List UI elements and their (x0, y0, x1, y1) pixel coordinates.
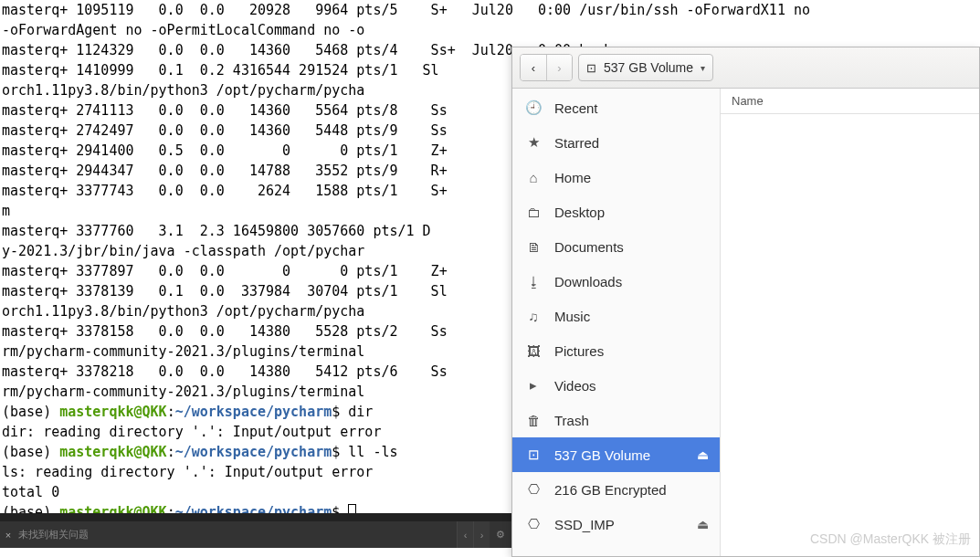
chevron-down-icon: ▾ (701, 63, 705, 73)
sidebar-item-label: 216 GB Encrypted (554, 482, 667, 498)
place-icon: 🗎 (525, 239, 542, 255)
sidebar-item-label: Trash (554, 413, 589, 428)
sidebar-item-label: 537 GB Volume (554, 447, 650, 463)
place-icon: ★ (525, 134, 542, 151)
find-bar: × 未找到相关问题 ‹ › ⚙ (0, 520, 511, 548)
sidebar-item-ssd_imp[interactable]: ⎔SSD_IMP⏏ (512, 507, 720, 541)
drive-icon: ⊡ (586, 61, 596, 75)
editor-strip (0, 513, 511, 520)
file-manager-toolbar: ‹ › ⊡ 537 GB Volume ▾ (512, 47, 979, 89)
place-icon: ⎔ (525, 481, 542, 498)
sidebar-item-label: Downloads (554, 274, 622, 289)
back-button[interactable]: ‹ (521, 55, 546, 80)
place-icon: 🖼 (525, 343, 542, 359)
sidebar-item-videos[interactable]: ▸Videos (512, 368, 720, 403)
place-icon: ⌂ (525, 170, 542, 185)
nav-buttons: ‹ › (520, 54, 573, 81)
column-header-name[interactable]: Name (721, 89, 979, 114)
sidebar-item-label: Videos (554, 378, 596, 394)
place-icon: ⭳ (525, 274, 542, 289)
sidebar-item-music[interactable]: ♫Music (512, 299, 720, 333)
sidebar-item-label: Music (554, 309, 590, 324)
sidebar-item-home[interactable]: ⌂Home (512, 160, 720, 194)
sidebar-item-label: Desktop (554, 205, 605, 220)
sidebar-item-label: Pictures (554, 343, 604, 359)
sidebar-item-label: Recent (554, 100, 598, 116)
place-icon: 🕘 (525, 100, 542, 116)
sidebar-item-label: Home (554, 170, 591, 185)
place-icon: ▸ (525, 377, 542, 394)
sidebar-item-documents[interactable]: 🗎Documents (512, 229, 720, 264)
places-sidebar: 🕘Recent★Starred⌂Home🗀Desktop🗎Documents⭳D… (512, 89, 721, 556)
next-match-button[interactable]: › (473, 521, 490, 548)
find-status: 未找到相关问题 (16, 528, 457, 541)
sidebar-item-desktop[interactable]: 🗀Desktop (512, 194, 720, 229)
sidebar-item-recent[interactable]: 🕘Recent (512, 90, 720, 125)
sidebar-item-pictures[interactable]: 🖼Pictures (512, 333, 720, 368)
file-list-pane[interactable]: Name (721, 89, 979, 556)
sidebar-item-starred[interactable]: ★Starred (512, 125, 720, 160)
prev-match-button[interactable]: ‹ (457, 521, 473, 548)
sidebar-item-downloads[interactable]: ⭳Downloads (512, 264, 720, 299)
sidebar-item-label: SSD_IMP (554, 517, 615, 532)
place-icon: ⊡ (525, 447, 542, 463)
location-bar[interactable]: ⊡ 537 GB Volume ▾ (578, 54, 713, 81)
sidebar-item-label: Documents (554, 239, 624, 255)
sidebar-item-537-gb-volume[interactable]: ⊡537 GB Volume⏏ (512, 437, 720, 472)
forward-button[interactable]: › (546, 55, 572, 80)
sidebar-item-trash[interactable]: 🗑Trash (512, 403, 720, 437)
place-icon: 🗑 (525, 413, 542, 428)
gear-icon[interactable]: ⚙ (490, 529, 511, 541)
place-icon: 🗀 (525, 205, 542, 220)
location-label: 537 GB Volume (604, 60, 693, 75)
close-icon[interactable]: × (0, 530, 16, 541)
sidebar-item-label: Starred (554, 135, 599, 151)
file-manager-window: ‹ › ⊡ 537 GB Volume ▾ 🕘Recent★Starred⌂Ho… (511, 47, 980, 557)
eject-icon[interactable]: ⏏ (697, 447, 709, 462)
place-icon: ♫ (525, 309, 542, 324)
sidebar-item-216-gb-encrypted[interactable]: ⎔216 GB Encrypted (512, 472, 720, 507)
place-icon: ⎔ (525, 516, 542, 532)
eject-icon[interactable]: ⏏ (697, 517, 709, 531)
